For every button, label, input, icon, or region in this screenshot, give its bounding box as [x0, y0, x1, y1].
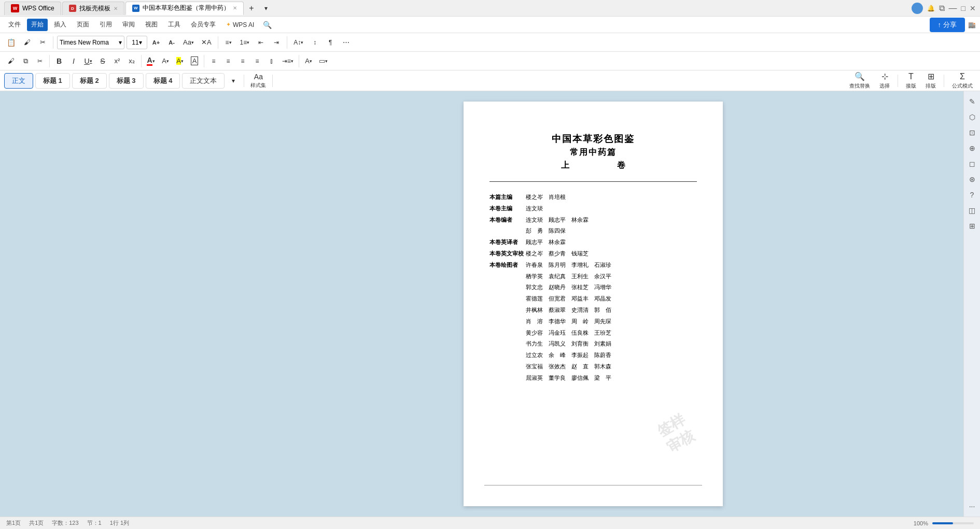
column-layout-btn[interactable]: ⫿: [265, 54, 278, 68]
sidebar-settings-icon[interactable]: ⊛: [966, 173, 978, 185]
align-right-btn[interactable]: ≡: [236, 54, 249, 68]
paragraph-spacing-btn[interactable]: ¶: [324, 36, 337, 49]
maximize-icon[interactable]: □: [961, 4, 965, 12]
clear-format-btn[interactable]: ✕A: [199, 36, 214, 49]
page-number: 第1页: [6, 519, 21, 527]
menu-tools[interactable]: 工具: [164, 19, 185, 31]
tab-document-close[interactable]: ✕: [233, 5, 237, 11]
tab-list-btn[interactable]: ▾: [259, 2, 273, 15]
sidebar-more-icon[interactable]: ···: [966, 500, 978, 512]
char-shading-btn[interactable]: A ▾: [159, 54, 172, 68]
outdent-btn[interactable]: ⇤: [254, 36, 268, 49]
share-button[interactable]: ↑ 分享: [930, 18, 965, 32]
font-name-selector[interactable]: Times New Roma ▾: [57, 36, 124, 49]
tab-template-close[interactable]: ✕: [114, 6, 118, 11]
subscript-btn[interactable]: x₂: [125, 54, 138, 68]
menu-view[interactable]: 视图: [141, 19, 162, 31]
highlight-btn[interactable]: A ▾: [173, 54, 187, 68]
style-body-text[interactable]: 正文文本: [182, 73, 225, 89]
sidebar-help-icon[interactable]: ?: [966, 189, 978, 201]
menu-file[interactable]: 文件: [4, 19, 25, 31]
paste-btn[interactable]: 📋: [4, 36, 18, 49]
new-tab-btn[interactable]: +: [245, 2, 258, 15]
strikethrough-btn[interactable]: S: [96, 54, 109, 68]
sidebar-add-icon[interactable]: ⊕: [966, 142, 978, 154]
sidebar-sidebar-icon[interactable]: ◫: [966, 204, 978, 217]
style-heading3[interactable]: 标题 3: [109, 73, 144, 89]
menu-wpsai[interactable]: ✦ WPS AI: [222, 19, 258, 31]
align-left-btn[interactable]: ≡: [207, 54, 220, 68]
menu-review[interactable]: 审阅: [118, 19, 139, 31]
credit-content-8: 郭文忠 赵晓丹 张桂芝 冯增华: [526, 282, 697, 293]
restore-icon[interactable]: ⧉: [939, 4, 945, 13]
font-size-down-btn[interactable]: A-: [165, 36, 178, 49]
style-dropdown-btn[interactable]: ▾: [227, 74, 240, 88]
style-heading4[interactable]: 标题 4: [146, 73, 180, 89]
section-info: 节：1: [87, 519, 102, 527]
tab-wps-office[interactable]: W WPS Office: [4, 2, 61, 15]
copy-btn[interactable]: ⧉: [19, 54, 32, 68]
menu-ref[interactable]: 引用: [95, 19, 116, 31]
superscript-btn[interactable]: x²: [110, 54, 124, 68]
underline-btn[interactable]: U ▾: [81, 54, 95, 68]
cut-btn[interactable]: ✂: [36, 36, 49, 49]
close-icon[interactable]: ✕: [970, 4, 976, 12]
text-effect-btn[interactable]: A▾: [302, 54, 315, 68]
credit-label-11: [489, 317, 526, 327]
format-painter-btn[interactable]: 🖌: [20, 36, 34, 49]
font-color-btn[interactable]: A ▾: [144, 54, 158, 68]
store-icon[interactable]: 🏬: [968, 21, 976, 28]
ordered-list-btn[interactable]: 1≡▾: [237, 36, 253, 49]
bold-btn[interactable]: B: [52, 54, 66, 68]
credit-row-9: 霍德莲 但宽君 邓益丰 邓晶发: [489, 294, 697, 304]
minimize-icon[interactable]: —: [949, 4, 957, 13]
tab-document[interactable]: W 中国本草彩色图鉴（常用中药） ✕: [125, 2, 244, 15]
select-btn[interactable]: ⊹ 选择: [876, 70, 893, 91]
zoom-slider[interactable]: [932, 522, 974, 524]
sep4: [49, 55, 50, 67]
style-heading1[interactable]: 标题 1: [35, 73, 70, 89]
formula-btn[interactable]: Σ 公式模式: [949, 71, 976, 91]
justify-btn[interactable]: ≡: [250, 54, 264, 68]
credit-label-0: 本篇主编: [489, 192, 526, 203]
align-center-btn[interactable]: ≡: [221, 54, 235, 68]
user-avatar[interactable]: [912, 3, 923, 14]
sidebar-table-icon[interactable]: ◻: [966, 158, 978, 170]
style-set-btn[interactable]: Aa 样式集: [248, 72, 269, 90]
sidebar-grid-icon[interactable]: ⊞: [966, 220, 978, 232]
format-painter-btn2[interactable]: 🖌: [4, 54, 18, 68]
style-heading2[interactable]: 标题 2: [72, 73, 107, 89]
insert-text-btn[interactable]: T 接版: [903, 71, 919, 91]
sidebar-shape-icon[interactable]: ⬡: [966, 111, 978, 123]
line-spacing-btn[interactable]: ↕: [308, 36, 321, 49]
menu-vip[interactable]: 会员专享: [187, 19, 220, 31]
style-normal[interactable]: 正文: [4, 73, 33, 89]
shading-bg-btn[interactable]: ▭▾: [316, 54, 330, 68]
italic-btn[interactable]: I: [67, 54, 80, 68]
search-icon[interactable]: 🔍: [260, 18, 274, 32]
tab-list: W WPS Office D 找板壳模板 ✕ W 中国本草彩色图鉴（常用中药） …: [4, 2, 912, 15]
unordered-list-btn[interactable]: ≡▾: [222, 36, 235, 49]
menu-home[interactable]: 开始: [27, 19, 48, 31]
font-size-selector[interactable]: 11 ▾: [127, 36, 147, 49]
line-indent-btn[interactable]: ⇥≡▾: [279, 54, 296, 68]
layout-btn[interactable]: ⊞ 排版: [922, 70, 939, 91]
sidebar-layout-icon[interactable]: ⊡: [966, 126, 978, 139]
more-formatting-btn[interactable]: ⋯: [339, 36, 353, 49]
sidebar-pen-icon[interactable]: ✎: [966, 95, 978, 108]
tab-template[interactable]: D 找板壳模板 ✕: [62, 2, 124, 15]
cut-btn2[interactable]: ✂: [33, 54, 47, 68]
indent-btn[interactable]: ⇥: [270, 36, 283, 49]
column-layout-icon: ⫿: [270, 58, 273, 65]
text-box-btn[interactable]: A: [188, 54, 201, 68]
find-replace-btn[interactable]: 🔍 查找替换: [846, 70, 873, 91]
credit-content-13: 书力生 冯凯义 刘育衡 刘素娟: [526, 339, 697, 349]
credit-content-0: 楼之岑 肖培根: [526, 192, 697, 203]
font-size-up-btn[interactable]: A+: [149, 36, 163, 49]
menu-page[interactable]: 页面: [73, 19, 93, 31]
text-direction-btn[interactable]: A↕▾: [291, 36, 306, 49]
format-painter2-icon: 🖌: [8, 57, 15, 65]
notification-icon[interactable]: 🔔: [927, 5, 935, 12]
change-case-btn[interactable]: Aa▾: [180, 36, 197, 49]
menu-insert[interactable]: 插入: [50, 19, 71, 31]
